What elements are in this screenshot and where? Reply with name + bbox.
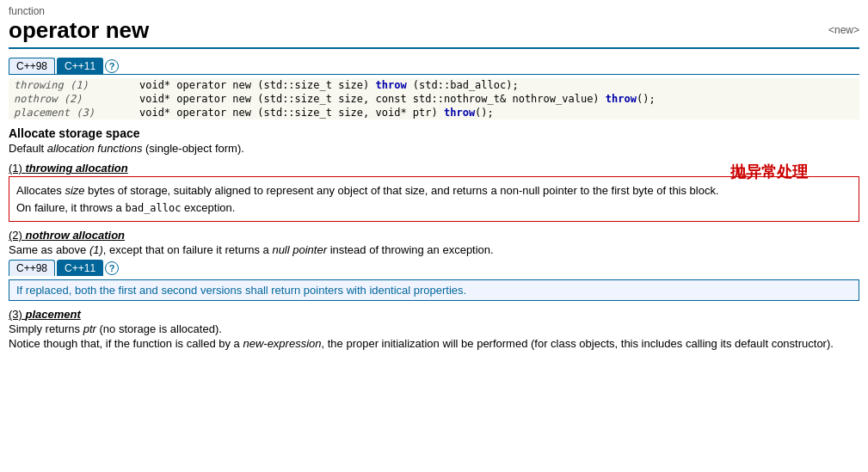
help-icon-2[interactable]: ? — [105, 261, 119, 275]
section2-bluebox: If replaced, both the first and second v… — [9, 279, 859, 301]
allocate-desc: Default allocation functions (single-obj… — [9, 142, 859, 155]
tab2-cpp11[interactable]: C++11 — [57, 260, 103, 276]
chinese-annotation: 抛异常处理 — [730, 162, 808, 182]
section1-line1: Allocates size bytes of storage, suitabl… — [16, 182, 852, 199]
section2-tabs: C++98 C++11 ? — [9, 260, 859, 276]
section3-title: (3) placement — [9, 308, 859, 321]
section2: (2) nothrow allocation Same as above (1)… — [9, 229, 859, 301]
code-table: throwing (1) void* operator new (std::si… — [9, 78, 859, 120]
page-function-label: function — [9, 5, 859, 17]
tab-cpp11[interactable]: C++11 — [57, 58, 103, 74]
code-text-nothrow: void* operator new (std::size_t size, co… — [134, 92, 859, 106]
section3: (3) placement Simply returns ptr (no sto… — [9, 308, 859, 350]
allocate-title: Allocate storage space — [9, 126, 859, 140]
section3-desc: Simply returns ptr (no storage is alloca… — [9, 322, 859, 335]
code-row-placement: placement (3) void* operator new (std::s… — [9, 106, 859, 120]
code-label-throwing: throwing (1) — [9, 78, 134, 92]
section2-title: (2) nothrow allocation — [9, 229, 859, 242]
code-row-nothrow: nothrow (2) void* operator new (std::siz… — [9, 92, 859, 106]
help-icon[interactable]: ? — [105, 59, 119, 73]
tab2-cpp98[interactable]: C++98 — [9, 260, 55, 276]
code-row-throwing: throwing (1) void* operator new (std::si… — [9, 78, 859, 92]
allocation-functions-em: allocation functions — [47, 142, 143, 155]
code-text-throwing: void* operator new (std::size_t size) th… — [134, 78, 859, 92]
code-label-placement: placement (3) — [9, 106, 134, 120]
page-title: operator new — [9, 17, 859, 49]
allocate-section: Allocate storage space Default allocatio… — [9, 126, 859, 155]
section1-line3: On failure, it throws a bad_alloc except… — [16, 199, 852, 217]
section1-highlight: Allocates size bytes of storage, suitabl… — [9, 176, 859, 222]
section3-desc2: Notice though that, if the function is c… — [9, 337, 859, 350]
tabs-row: C++98 C++11 ? — [9, 58, 859, 75]
tab-cpp98[interactable]: C++98 — [9, 58, 55, 74]
new-label: <new> — [828, 24, 859, 36]
code-text-placement: void* operator new (std::size_t size, vo… — [134, 106, 859, 120]
section2-desc: Same as above (1), except that on failur… — [9, 243, 859, 256]
code-label-nothrow: nothrow (2) — [9, 92, 134, 106]
